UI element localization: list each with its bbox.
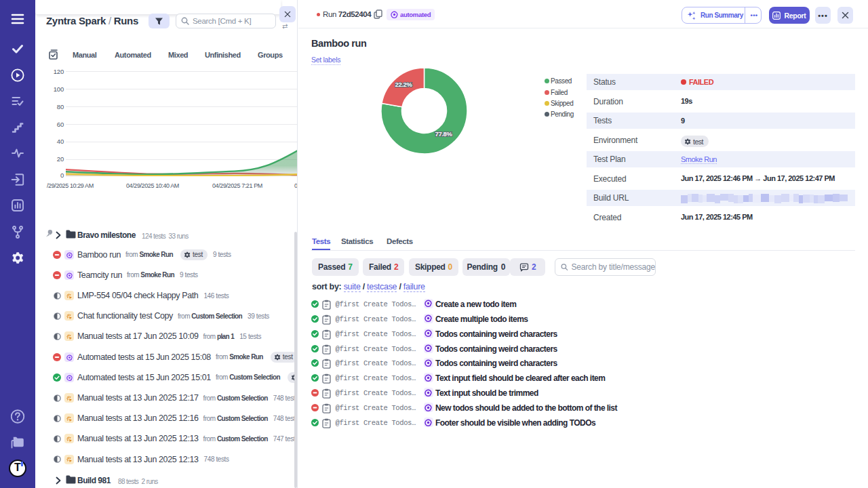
svg-text:77.8%: 77.8%	[435, 130, 453, 138]
svg-text:22.2%: 22.2%	[395, 81, 413, 88]
